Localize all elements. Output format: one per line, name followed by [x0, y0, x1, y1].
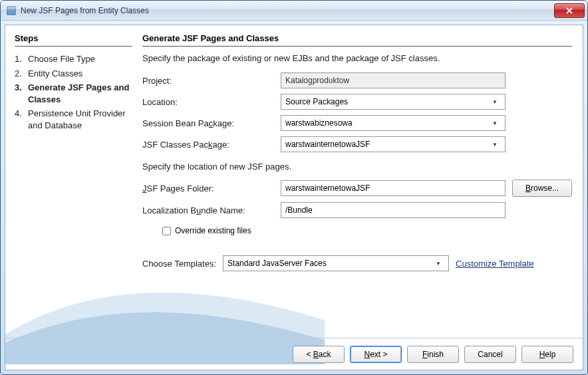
- cancel-button[interactable]: Cancel: [464, 346, 516, 363]
- step-label: Persistence Unit Provider and Database: [28, 108, 132, 131]
- step-item-active: 3. Generate JSF Pages and Classes: [15, 80, 132, 106]
- jsf-package-combo[interactable]: warstwainternetowaJSF ▼: [281, 136, 506, 152]
- main-panel: Generate JSF Pages and Classes Specify t…: [137, 25, 583, 338]
- titlebar: New JSF Pages from Entity Classes: [1, 1, 587, 21]
- override-checkbox-row: Override existing files: [142, 226, 572, 235]
- browse-button[interactable]: Browse...: [512, 180, 572, 197]
- app-icon: [6, 5, 17, 16]
- finish-button[interactable]: Finish: [407, 346, 459, 363]
- session-package-value: warstwabiznesowa: [285, 118, 489, 128]
- step-number: 2.: [15, 68, 28, 80]
- chevron-down-icon: ▼: [489, 138, 501, 150]
- location-label: Location:: [142, 97, 274, 107]
- bundle-field[interactable]: [281, 202, 506, 218]
- wizard-window: New JSF Pages from Entity Classes Steps …: [0, 0, 588, 375]
- steps-heading: Steps: [15, 33, 132, 47]
- step-item: 4. Persistence Unit Provider and Databas…: [15, 106, 132, 132]
- bundle-label: Localization Bundle Name:: [142, 205, 274, 215]
- session-package-combo[interactable]: warstwabiznesowa ▼: [281, 115, 506, 131]
- templates-row: Choose Templates: Standard JavaServer Fa…: [142, 255, 572, 271]
- pages-location-text: Specify the location of new JSF pages.: [142, 162, 572, 172]
- location-combo[interactable]: Source Packages ▼: [281, 94, 506, 110]
- panel-title: Generate JSF Pages and Classes: [142, 33, 572, 47]
- step-item: 1. Choose File Type: [15, 52, 132, 66]
- help-button[interactable]: Help: [521, 346, 573, 363]
- close-button[interactable]: [554, 3, 585, 18]
- step-item: 2. Entity Classes: [15, 66, 132, 81]
- step-label: Entity Classes: [28, 68, 132, 80]
- body-area: Steps 1. Choose File Type 2. Entity Clas…: [5, 25, 583, 338]
- next-button[interactable]: Next >: [350, 346, 402, 363]
- steps-list: 1. Choose File Type 2. Entity Classes 3.…: [15, 52, 132, 132]
- project-label: Project:: [142, 76, 274, 86]
- chevron-down-icon: ▼: [432, 257, 444, 269]
- override-label: Override existing files: [175, 226, 251, 235]
- templates-value: Standard JavaServer Faces: [227, 259, 432, 268]
- step-number: 1.: [15, 53, 28, 65]
- footer-buttons: < Back Next > Finish Cancel Help: [5, 338, 583, 370]
- step-label: Choose File Type: [28, 53, 132, 65]
- session-package-label: Session Bean Package:: [142, 118, 274, 128]
- panel-description: Specify the package of existing or new E…: [142, 53, 572, 63]
- templates-combo[interactable]: Standard JavaServer Faces ▼: [223, 255, 449, 271]
- jsf-package-label: JSF Classes Package:: [142, 140, 274, 150]
- back-button[interactable]: < Back: [293, 346, 345, 363]
- svg-rect-1: [7, 7, 15, 9]
- step-number: 3.: [15, 82, 28, 105]
- location-value: Source Packages: [285, 97, 489, 106]
- steps-panel: Steps 1. Choose File Type 2. Entity Clas…: [5, 25, 137, 338]
- override-checkbox[interactable]: [162, 227, 171, 235]
- step-number: 4.: [15, 108, 28, 131]
- jsf-folder-field[interactable]: [281, 180, 506, 196]
- templates-label: Choose Templates:: [142, 259, 216, 269]
- project-field: [281, 72, 506, 88]
- customize-template-link[interactable]: Customize Template: [456, 259, 534, 269]
- window-title: New JSF Pages from Entity Classes: [21, 6, 554, 15]
- chevron-down-icon: ▼: [489, 117, 501, 129]
- jsf-folder-label: JSF Pages Folder:: [142, 184, 274, 193]
- chevron-down-icon: ▼: [489, 96, 501, 108]
- form-grid: Project: Location: Source Packages ▼ Ses…: [142, 72, 572, 271]
- jsf-package-value: warstwainternetowaJSF: [285, 140, 489, 149]
- step-label: Generate JSF Pages and Classes: [28, 82, 132, 105]
- content-frame: Steps 1. Choose File Type 2. Entity Clas…: [5, 25, 583, 370]
